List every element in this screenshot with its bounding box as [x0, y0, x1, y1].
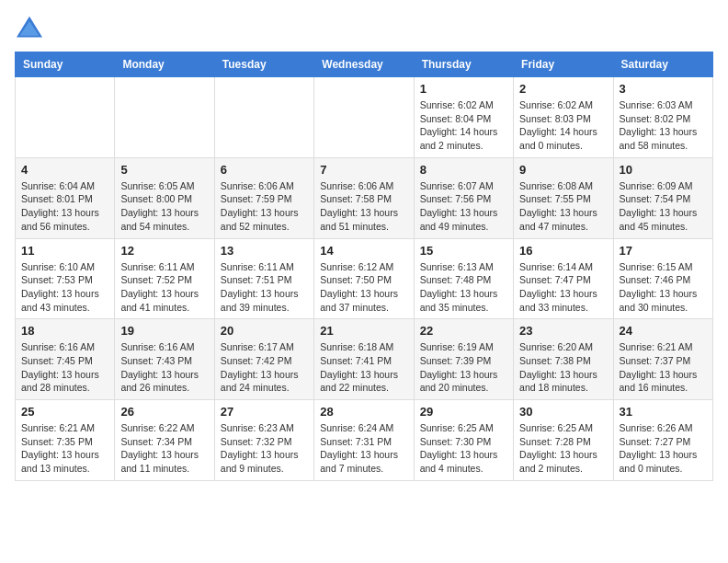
calendar-header-saturday: Saturday [613, 52, 712, 77]
day-info: Sunrise: 6:16 AMSunset: 7:43 PMDaylight:… [120, 340, 208, 395]
day-info: Sunrise: 6:06 AMSunset: 7:58 PMDaylight:… [320, 179, 407, 234]
calendar-cell: 7Sunrise: 6:06 AMSunset: 7:58 PMDaylight… [314, 157, 414, 238]
calendar-cell: 28Sunrise: 6:24 AMSunset: 7:31 PMDayligh… [314, 400, 414, 481]
day-info: Sunrise: 6:11 AMSunset: 7:52 PMDaylight:… [120, 260, 208, 315]
day-number: 13 [221, 244, 308, 258]
calendar-cell: 13Sunrise: 6:11 AMSunset: 7:51 PMDayligh… [214, 238, 313, 319]
calendar-header-tuesday: Tuesday [214, 52, 313, 77]
day-info: Sunrise: 6:10 AMSunset: 7:53 PMDaylight:… [21, 260, 108, 315]
day-number: 8 [420, 163, 507, 177]
day-info: Sunrise: 6:21 AMSunset: 7:35 PMDaylight:… [21, 421, 108, 476]
calendar-cell [314, 77, 414, 158]
day-number: 10 [620, 163, 707, 177]
day-number: 2 [519, 82, 607, 96]
calendar-cell: 24Sunrise: 6:21 AMSunset: 7:37 PMDayligh… [613, 319, 712, 400]
calendar-header-thursday: Thursday [414, 52, 513, 77]
calendar-cell: 30Sunrise: 6:25 AMSunset: 7:28 PMDayligh… [514, 400, 613, 481]
calendar-header-wednesday: Wednesday [314, 52, 414, 77]
day-info: Sunrise: 6:12 AMSunset: 7:50 PMDaylight:… [320, 260, 407, 315]
calendar-cell: 14Sunrise: 6:12 AMSunset: 7:50 PMDayligh… [314, 238, 414, 319]
calendar-cell: 18Sunrise: 6:16 AMSunset: 7:45 PMDayligh… [16, 319, 115, 400]
calendar-cell [214, 77, 313, 158]
calendar-week-row: 25Sunrise: 6:21 AMSunset: 7:35 PMDayligh… [16, 400, 713, 481]
day-number: 16 [519, 244, 607, 258]
day-info: Sunrise: 6:05 AMSunset: 8:00 PMDaylight:… [120, 179, 208, 234]
day-number: 18 [21, 324, 108, 338]
calendar-table: SundayMondayTuesdayWednesdayThursdayFrid… [15, 52, 713, 481]
calendar-header-friday: Friday [514, 52, 613, 77]
day-number: 19 [120, 324, 208, 338]
day-info: Sunrise: 6:02 AMSunset: 8:03 PMDaylight:… [519, 98, 607, 153]
calendar-cell: 27Sunrise: 6:23 AMSunset: 7:32 PMDayligh… [214, 400, 313, 481]
day-info: Sunrise: 6:11 AMSunset: 7:51 PMDaylight:… [221, 260, 308, 315]
day-info: Sunrise: 6:24 AMSunset: 7:31 PMDaylight:… [320, 421, 407, 476]
calendar-header-sunday: Sunday [16, 52, 115, 77]
calendar-week-row: 1Sunrise: 6:02 AMSunset: 8:04 PMDaylight… [16, 77, 713, 158]
day-number: 3 [620, 82, 707, 96]
day-number: 26 [120, 405, 208, 419]
logo [15, 15, 48, 40]
day-info: Sunrise: 6:09 AMSunset: 7:54 PMDaylight:… [620, 179, 707, 234]
day-number: 25 [21, 405, 108, 419]
calendar-header-monday: Monday [115, 52, 214, 77]
day-info: Sunrise: 6:23 AMSunset: 7:32 PMDaylight:… [221, 421, 308, 476]
day-number: 21 [320, 324, 407, 338]
calendar-cell: 23Sunrise: 6:20 AMSunset: 7:38 PMDayligh… [514, 319, 613, 400]
day-info: Sunrise: 6:16 AMSunset: 7:45 PMDaylight:… [21, 340, 108, 395]
day-number: 22 [420, 324, 507, 338]
day-number: 7 [320, 163, 407, 177]
calendar-cell [16, 77, 115, 158]
logo-icon [15, 15, 44, 40]
calendar-cell: 20Sunrise: 6:17 AMSunset: 7:42 PMDayligh… [214, 319, 313, 400]
day-info: Sunrise: 6:08 AMSunset: 7:55 PMDaylight:… [519, 179, 607, 234]
day-info: Sunrise: 6:20 AMSunset: 7:38 PMDaylight:… [519, 340, 607, 395]
day-number: 30 [519, 405, 607, 419]
day-info: Sunrise: 6:19 AMSunset: 7:39 PMDaylight:… [420, 340, 507, 395]
calendar-cell: 8Sunrise: 6:07 AMSunset: 7:56 PMDaylight… [414, 157, 513, 238]
calendar-cell: 17Sunrise: 6:15 AMSunset: 7:46 PMDayligh… [613, 238, 712, 319]
day-info: Sunrise: 6:07 AMSunset: 7:56 PMDaylight:… [420, 179, 507, 234]
day-number: 6 [221, 163, 308, 177]
day-number: 5 [120, 163, 208, 177]
calendar-cell: 3Sunrise: 6:03 AMSunset: 8:02 PMDaylight… [613, 77, 712, 158]
calendar-week-row: 4Sunrise: 6:04 AMSunset: 8:01 PMDaylight… [16, 157, 713, 238]
day-number: 17 [620, 244, 707, 258]
calendar-cell: 15Sunrise: 6:13 AMSunset: 7:48 PMDayligh… [414, 238, 513, 319]
day-info: Sunrise: 6:02 AMSunset: 8:04 PMDaylight:… [420, 98, 507, 153]
day-info: Sunrise: 6:03 AMSunset: 8:02 PMDaylight:… [620, 98, 707, 153]
calendar-cell: 22Sunrise: 6:19 AMSunset: 7:39 PMDayligh… [414, 319, 513, 400]
calendar-cell: 10Sunrise: 6:09 AMSunset: 7:54 PMDayligh… [613, 157, 712, 238]
calendar-cell: 11Sunrise: 6:10 AMSunset: 7:53 PMDayligh… [16, 238, 115, 319]
day-number: 28 [320, 405, 407, 419]
calendar-week-row: 11Sunrise: 6:10 AMSunset: 7:53 PMDayligh… [16, 238, 713, 319]
calendar-header-row: SundayMondayTuesdayWednesdayThursdayFrid… [16, 52, 713, 77]
calendar-cell: 26Sunrise: 6:22 AMSunset: 7:34 PMDayligh… [115, 400, 214, 481]
day-info: Sunrise: 6:06 AMSunset: 7:59 PMDaylight:… [221, 179, 308, 234]
calendar-cell: 31Sunrise: 6:26 AMSunset: 7:27 PMDayligh… [613, 400, 712, 481]
day-number: 14 [320, 244, 407, 258]
calendar-cell: 21Sunrise: 6:18 AMSunset: 7:41 PMDayligh… [314, 319, 414, 400]
day-number: 27 [221, 405, 308, 419]
day-info: Sunrise: 6:25 AMSunset: 7:30 PMDaylight:… [420, 421, 507, 476]
day-number: 4 [21, 163, 108, 177]
page-header [15, 15, 713, 40]
day-number: 9 [519, 163, 607, 177]
day-info: Sunrise: 6:25 AMSunset: 7:28 PMDaylight:… [519, 421, 607, 476]
day-number: 12 [120, 244, 208, 258]
calendar-cell: 1Sunrise: 6:02 AMSunset: 8:04 PMDaylight… [414, 77, 513, 158]
calendar-cell: 6Sunrise: 6:06 AMSunset: 7:59 PMDaylight… [214, 157, 313, 238]
day-info: Sunrise: 6:17 AMSunset: 7:42 PMDaylight:… [221, 340, 308, 395]
day-info: Sunrise: 6:18 AMSunset: 7:41 PMDaylight:… [320, 340, 407, 395]
calendar-cell: 4Sunrise: 6:04 AMSunset: 8:01 PMDaylight… [16, 157, 115, 238]
day-info: Sunrise: 6:21 AMSunset: 7:37 PMDaylight:… [620, 340, 707, 395]
day-info: Sunrise: 6:22 AMSunset: 7:34 PMDaylight:… [120, 421, 208, 476]
day-number: 29 [420, 405, 507, 419]
calendar-cell: 19Sunrise: 6:16 AMSunset: 7:43 PMDayligh… [115, 319, 214, 400]
day-number: 24 [620, 324, 707, 338]
calendar-cell: 29Sunrise: 6:25 AMSunset: 7:30 PMDayligh… [414, 400, 513, 481]
calendar-week-row: 18Sunrise: 6:16 AMSunset: 7:45 PMDayligh… [16, 319, 713, 400]
day-number: 23 [519, 324, 607, 338]
day-info: Sunrise: 6:15 AMSunset: 7:46 PMDaylight:… [620, 260, 707, 315]
day-number: 20 [221, 324, 308, 338]
day-info: Sunrise: 6:26 AMSunset: 7:27 PMDaylight:… [620, 421, 707, 476]
